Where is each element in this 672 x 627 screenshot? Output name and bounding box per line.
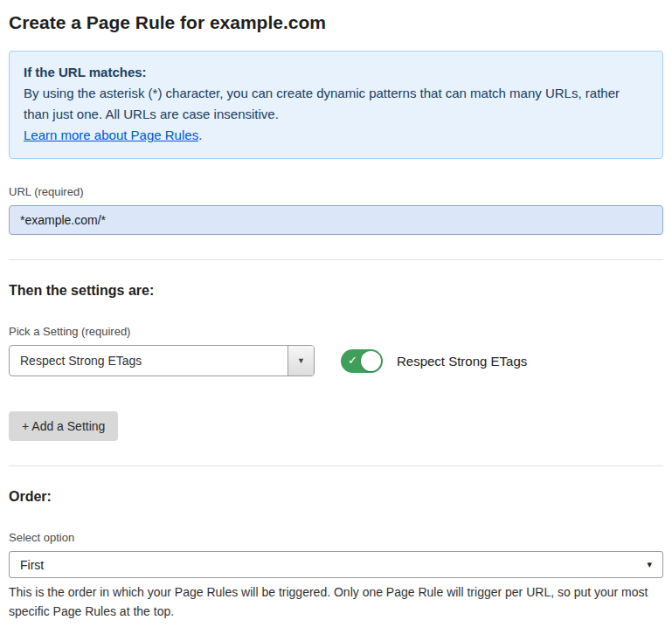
order-section-heading: Order: [9,489,663,505]
page-rule-form: Create a Page Rule for example.com If th… [0,0,672,627]
url-input[interactable] [9,205,663,235]
check-icon: ✓ [348,353,357,369]
url-field-label: URL (required) [9,185,663,198]
add-setting-button[interactable]: + Add a Setting [9,411,118,441]
link-suffix: . [198,127,202,142]
chevron-down-icon: ▾ [647,559,652,570]
setting-row: Respect Strong ETags ▼ ✓ Respect Strong … [9,345,663,376]
setting-dropdown[interactable]: Respect Strong ETags ▼ [9,345,315,376]
order-help-text: This is the order in which your Page Rul… [9,583,663,621]
toggle-knob [361,351,381,371]
info-box-heading: If the URL matches: [24,62,648,83]
info-box-body: By using the asterisk (*) character, you… [24,83,648,125]
etags-toggle-label: Respect Strong ETags [397,354,527,369]
divider-before-order [9,465,663,466]
setting-picker-label: Pick a Setting (required) [9,325,663,338]
url-match-info-box: If the URL matches: By using the asteris… [9,51,663,159]
order-select-value: First [20,558,44,572]
page-title: Create a Page Rule for example.com [9,12,663,33]
setting-dropdown-value: Respect Strong ETags [10,346,288,376]
order-select[interactable]: First ▾ [9,551,663,578]
etags-toggle-group: ✓ Respect Strong ETags [341,349,527,373]
divider-after-url [9,259,663,260]
learn-more-link[interactable]: Learn more about Page Rules [24,127,198,142]
order-select-label: Select option [9,531,663,544]
chevron-down-icon[interactable]: ▼ [288,346,314,376]
settings-section-heading: Then the settings are: [9,283,663,299]
info-box-link-line: Learn more about Page Rules. [24,125,648,146]
etags-toggle[interactable]: ✓ [341,349,383,373]
